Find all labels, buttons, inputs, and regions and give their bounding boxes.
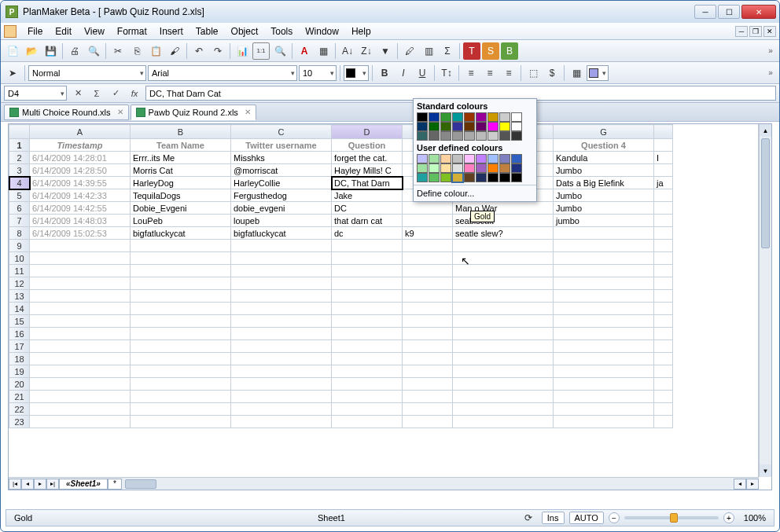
cut-icon[interactable]: ✂ — [109, 42, 127, 60]
zoom-icon[interactable]: 🔍 — [271, 42, 289, 60]
mdi-close-button[interactable]: ✕ — [763, 26, 776, 37]
paste-icon[interactable]: 📋 — [147, 42, 164, 60]
underline-icon[interactable]: U — [414, 64, 431, 82]
zoom-out-button[interactable]: − — [609, 512, 620, 523]
cell[interactable] — [654, 189, 673, 202]
menu-file[interactable]: File — [21, 24, 49, 39]
row-header[interactable]: 17 — [9, 340, 30, 353]
cell[interactable]: Errr..its Me — [131, 152, 231, 164]
cell[interactable]: dobie_evgeni — [231, 202, 332, 215]
row-header[interactable]: 7 — [9, 215, 30, 227]
font-size-combo[interactable]: 10 — [299, 65, 337, 81]
colour-swatch[interactable] — [452, 163, 463, 173]
menu-table[interactable]: Table — [189, 24, 225, 39]
cell[interactable]: 6/14/2009 14:42:55 — [30, 202, 131, 215]
mdi-minimize-button[interactable]: ─ — [735, 26, 748, 37]
align-left-icon[interactable]: ≡ — [462, 64, 480, 82]
format-paint-icon[interactable]: 🖌 — [166, 42, 183, 60]
new-icon[interactable]: 📄 — [4, 42, 21, 60]
grid[interactable]: A B C D E F G 1TimestampTeam NameTwitter… — [9, 124, 673, 428]
ins-indicator[interactable]: Ins — [542, 512, 565, 524]
colour-swatch[interactable] — [464, 163, 475, 173]
cell[interactable]: loupeb — [231, 215, 332, 227]
chart-icon[interactable]: 📊 — [234, 42, 251, 60]
colour-swatch[interactable] — [452, 131, 463, 141]
menu-view[interactable]: View — [78, 24, 111, 39]
colour-swatch[interactable] — [452, 112, 463, 122]
hscroll-thumb[interactable] — [125, 479, 156, 489]
cell[interactable]: forget the cat. — [332, 152, 403, 164]
row-header[interactable]: 21 — [9, 391, 30, 403]
colour-swatch[interactable] — [429, 112, 440, 122]
vertical-scrollbar[interactable]: ▲ ▼ — [759, 124, 771, 477]
hscroll-right-icon[interactable]: ▸ — [746, 479, 759, 490]
row-header[interactable]: 23 — [9, 416, 30, 428]
hscroll-left-icon[interactable]: ◂ — [734, 479, 746, 490]
row-header[interactable]: 16 — [9, 328, 30, 340]
italic-icon[interactable]: I — [395, 64, 412, 82]
cell[interactable] — [654, 164, 673, 177]
style-combo[interactable]: Normal — [28, 65, 146, 81]
col-header[interactable]: D — [332, 125, 403, 139]
menu-insert[interactable]: Insert — [153, 24, 189, 39]
cell[interactable]: Hayley Mills! C — [332, 164, 403, 177]
select-all-corner[interactable] — [9, 125, 30, 139]
copy-icon[interactable]: ⎘ — [128, 42, 145, 60]
doc-tab[interactable]: Multi Choice Round.xls ✕ — [4, 105, 129, 120]
prev-sheet-icon[interactable]: ◂ — [21, 479, 34, 490]
colour-swatch[interactable] — [511, 131, 522, 141]
merge-cells-icon[interactable]: ⬚ — [524, 64, 542, 82]
colour-swatch[interactable] — [499, 173, 510, 182]
cell[interactable]: DC — [332, 202, 403, 215]
colour-swatch[interactable] — [440, 131, 451, 141]
print-icon[interactable]: 🖨 — [66, 42, 83, 60]
cell[interactable]: Dats a Big Elefink — [554, 177, 654, 189]
colour-swatch[interactable] — [452, 173, 463, 182]
zoom-in-button[interactable]: + — [723, 512, 734, 523]
s-orange-icon[interactable]: S — [482, 42, 499, 60]
maximize-button[interactable]: ☐ — [718, 5, 740, 19]
toolbar-overflow-icon[interactable]: » — [765, 42, 776, 60]
align-center-icon[interactable]: ≡ — [481, 64, 499, 82]
cell[interactable]: 6/14/2009 14:28:50 — [30, 164, 131, 177]
cell[interactable]: Jake — [332, 189, 403, 202]
b-green-icon[interactable]: B — [501, 42, 518, 60]
colour-swatch[interactable] — [440, 112, 451, 122]
colour-swatch[interactable] — [417, 163, 428, 173]
scroll-thumb[interactable] — [761, 138, 770, 248]
cancel-formula-icon[interactable]: ✕ — [70, 86, 86, 101]
colour-swatch[interactable] — [499, 163, 510, 173]
colour-swatch[interactable] — [429, 122, 440, 131]
save-icon[interactable]: 💾 — [42, 42, 59, 60]
cell[interactable] — [403, 215, 453, 227]
colour-swatch[interactable] — [499, 112, 510, 122]
format-overflow-icon[interactable]: » — [765, 64, 776, 82]
cell[interactable]: 6/14/2009 14:48:03 — [30, 215, 131, 227]
cell[interactable]: seabiscuit — [453, 215, 554, 227]
define-colour-item[interactable]: Define colour... — [414, 185, 536, 200]
colour-swatch[interactable] — [476, 163, 487, 173]
zoom-thumb[interactable] — [670, 513, 678, 523]
colour-swatch[interactable] — [440, 122, 451, 131]
scroll-up-icon[interactable]: ▲ — [760, 124, 771, 137]
cell[interactable]: Misshks — [231, 152, 332, 164]
cell-color-button[interactable] — [587, 65, 609, 81]
cell[interactable]: bigfatluckycat — [131, 227, 231, 240]
row-header[interactable]: 19 — [9, 365, 30, 378]
undo-icon[interactable]: ↶ — [190, 42, 208, 60]
cell[interactable]: @morriscat — [231, 164, 332, 177]
colour-swatch[interactable] — [417, 154, 428, 163]
cell[interactable]: 6/14/2009 14:39:55 — [30, 177, 131, 189]
colour-swatch[interactable] — [464, 154, 475, 163]
cell[interactable]: 6/14/2009 14:28:01 — [30, 152, 131, 164]
horizontal-scrollbar[interactable] — [123, 479, 732, 490]
cell[interactable]: bigfatluckycat — [231, 227, 332, 240]
row-header[interactable]: 15 — [9, 315, 30, 328]
menu-help[interactable]: Help — [345, 24, 377, 39]
row-header[interactable]: 8 — [9, 227, 30, 240]
doc-tab[interactable]: Pawb Quiz Round 2.xls ✕ — [131, 105, 256, 120]
font-combo[interactable]: Arial — [148, 65, 297, 81]
t-red-icon[interactable]: T — [463, 42, 480, 60]
row-header[interactable]: 12 — [9, 277, 30, 290]
highlight-icon[interactable]: ▦ — [315, 42, 332, 60]
